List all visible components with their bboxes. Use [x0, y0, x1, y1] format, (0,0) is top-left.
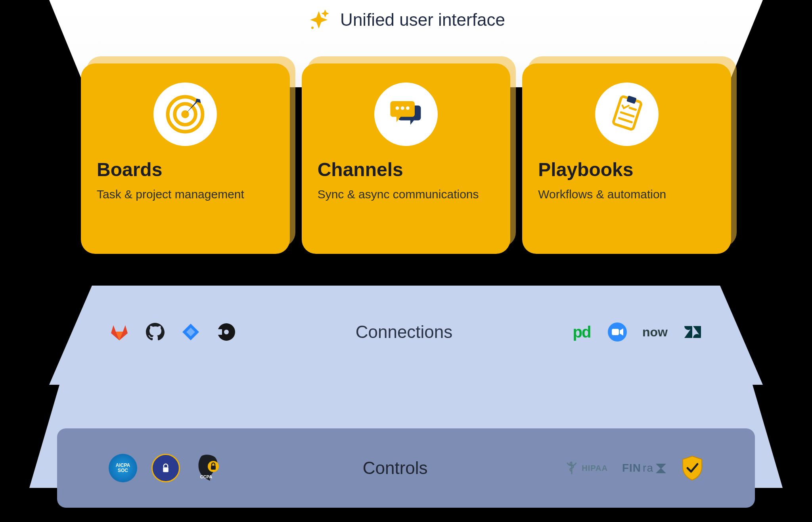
gdpr-badge	[151, 454, 180, 482]
svg-line-9	[630, 108, 636, 110]
card-subtitle: Workflows & automation	[538, 188, 666, 201]
controls-layer: AICPASOC CCPA Controls HIPAA	[57, 428, 755, 508]
svg-point-13	[224, 330, 229, 334]
finra-text-2: ra	[643, 462, 653, 474]
connections-layer: Connections pd now	[49, 286, 763, 385]
gitlab-icon	[109, 321, 130, 343]
svg-rect-17	[163, 467, 169, 472]
card-title: Playbooks	[538, 159, 633, 180]
card-subtitle: Task & project management	[97, 188, 244, 201]
card-body: Channels Sync & async communications	[302, 63, 511, 254]
finra-text-1: FIN	[622, 462, 641, 474]
feature-cards-row: Boards Task & project management Channel…	[81, 63, 731, 254]
zendesk-icon	[682, 321, 703, 343]
clipboard-icon	[595, 83, 659, 146]
svg-point-6	[406, 106, 410, 110]
sparkle-icon	[307, 8, 331, 32]
svg-rect-19	[211, 466, 216, 470]
pagerduty-icon: pd	[571, 321, 592, 343]
controls-right-badges: HIPAA FINra	[564, 455, 703, 481]
svg-rect-14	[216, 329, 222, 335]
connections-title: Connections	[356, 322, 453, 342]
connections-right-logos: pd now	[571, 321, 703, 343]
github-icon	[144, 321, 166, 343]
aicpa-soc-badge: AICPASOC	[109, 454, 137, 482]
finra-badge: FINra	[622, 462, 667, 474]
card-subtitle: Sync & async communications	[318, 188, 479, 201]
svg-line-10	[621, 112, 633, 116]
circleci-icon	[216, 321, 237, 343]
target-icon	[153, 83, 217, 146]
svg-point-4	[396, 106, 399, 110]
card-boards: Boards Task & project management	[81, 63, 290, 254]
svg-point-5	[401, 106, 404, 110]
controls-title: Controls	[363, 458, 428, 478]
card-playbooks: Playbooks Workflows & automation	[522, 63, 731, 254]
banner-title: Unified user interface	[340, 10, 505, 30]
svg-rect-8	[626, 96, 637, 104]
card-channels: Channels Sync & async communications	[302, 63, 511, 254]
svg-line-11	[619, 118, 631, 122]
svg-point-0	[311, 27, 314, 29]
aicpa-text: AICPA	[116, 463, 130, 468]
hipaa-badge: HIPAA	[564, 461, 608, 476]
servicenow-icon: now	[642, 321, 668, 343]
jira-icon	[180, 321, 201, 343]
chat-icon	[374, 83, 438, 146]
card-body: Playbooks Workflows & automation	[522, 63, 731, 254]
card-title: Channels	[318, 159, 403, 180]
controls-left-badges: AICPASOC CCPA	[109, 454, 226, 482]
connections-inner: Connections pd now	[109, 321, 703, 343]
card-body: Boards Task & project management	[81, 63, 290, 254]
soc-text: SOC	[118, 468, 128, 473]
card-title: Boards	[97, 159, 162, 180]
ccpa-text: CCPA	[200, 474, 212, 479]
svg-rect-16	[612, 329, 619, 335]
ccpa-badge: CCPA	[194, 454, 226, 482]
zoom-icon	[607, 321, 628, 343]
banner-inner: Unified user interface	[307, 8, 505, 32]
hipaa-text: HIPAA	[582, 464, 608, 473]
connections-left-logos	[109, 321, 237, 343]
controls-inner: AICPASOC CCPA Controls HIPAA	[109, 454, 703, 482]
security-shield-icon	[681, 455, 703, 481]
